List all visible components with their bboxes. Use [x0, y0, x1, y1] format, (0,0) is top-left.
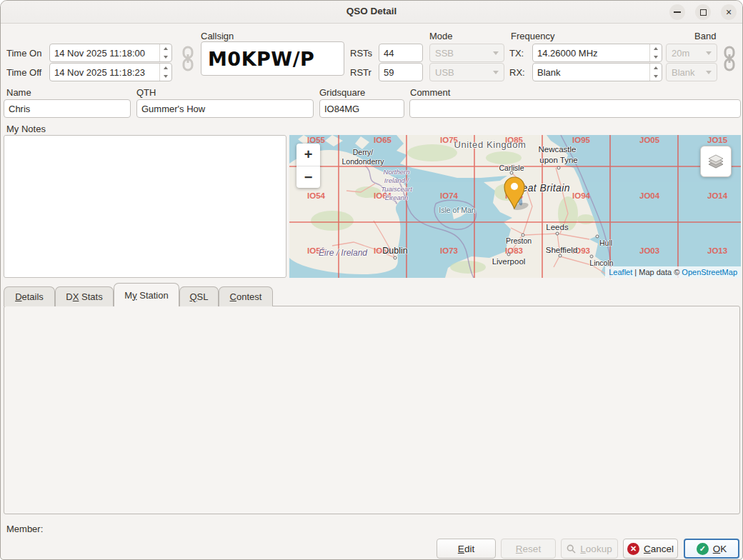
map-layers-button[interactable]: [700, 146, 732, 177]
cancel-icon: ✕: [627, 543, 639, 555]
qso-detail-dialog: QSO Detail × Time On Time Off Callsign M…: [0, 0, 743, 560]
leaflet-link[interactable]: Leaflet: [609, 268, 632, 276]
tx-frequency-field[interactable]: [532, 44, 662, 62]
tx-frequency-input[interactable]: [533, 44, 649, 61]
time-on-input[interactable]: [50, 44, 159, 61]
rst-rcvd-field[interactable]: [379, 63, 423, 81]
rx-frequency-spinner[interactable]: [649, 64, 662, 81]
callsign-value: M0KPW/P: [208, 48, 314, 70]
tab-contest[interactable]: Contest: [219, 286, 273, 306]
qth-label: QTH: [136, 87, 156, 98]
reset-button: Reset: [501, 539, 556, 559]
mode-label: Mode: [429, 31, 453, 41]
submode-select: USB: [429, 63, 504, 81]
my-notes-textarea[interactable]: [4, 135, 286, 278]
window-title: QSO Detail: [1, 6, 742, 16]
tx-frequency-spinner[interactable]: [649, 44, 662, 61]
name-input[interactable]: [4, 100, 130, 117]
my-station-panel: [4, 306, 740, 514]
tab-qsl[interactable]: QSL: [179, 286, 219, 306]
name-field[interactable]: [4, 99, 131, 118]
layers-icon: [707, 152, 725, 171]
time-on-field[interactable]: [49, 44, 172, 62]
attribution-text: | Map data ©: [632, 268, 682, 276]
band-tx-select: 20m: [666, 44, 717, 62]
time-off-input[interactable]: [50, 64, 159, 81]
edit-button[interactable]: Edit: [437, 539, 496, 559]
comment-field[interactable]: [409, 99, 741, 118]
my-notes-label: My Notes: [6, 124, 46, 134]
comment-input[interactable]: [410, 100, 740, 117]
spin-up-icon[interactable]: [650, 44, 662, 53]
spin-up-icon[interactable]: [160, 64, 171, 72]
qth-field[interactable]: [136, 99, 314, 118]
callsign-field[interactable]: M0KPW/P: [201, 41, 344, 76]
frequency-link-icon[interactable]: [721, 45, 738, 72]
spin-up-icon[interactable]: [160, 44, 171, 53]
openstreetmap-link[interactable]: OpenStreetMap: [682, 268, 737, 276]
gridsquare-map[interactable]: IO55IO65IO75IO85IO95JO05JO15IO54IO64IO74…: [289, 135, 741, 278]
member-label: Member:: [6, 524, 43, 534]
map-image: [289, 135, 741, 278]
lookup-button: Lookup: [561, 539, 618, 559]
time-off-spinner[interactable]: [159, 64, 171, 81]
minimize-button[interactable]: [669, 4, 685, 20]
rx-frequency-input[interactable]: [533, 64, 649, 81]
qth-input[interactable]: [137, 100, 313, 117]
map-zoom-control: + −: [296, 144, 320, 188]
chevron-down-icon: [706, 71, 712, 74]
band-rx-select: Blank: [666, 63, 717, 81]
name-label: Name: [6, 87, 31, 98]
map-attribution: Leaflet | Map data © OpenStreetMap: [605, 266, 741, 278]
titlebar[interactable]: QSO Detail ×: [1, 1, 742, 24]
spin-down-icon[interactable]: [160, 72, 171, 81]
time-off-label: Time Off: [6, 67, 41, 78]
maximize-icon: [700, 9, 707, 16]
spin-up-icon[interactable]: [650, 64, 662, 72]
spin-down-icon[interactable]: [650, 72, 662, 81]
minimize-icon: [674, 11, 681, 13]
mode-select: SSB: [429, 44, 504, 62]
gridsquare-field[interactable]: [319, 99, 404, 118]
ok-check-icon: ✓: [697, 543, 709, 555]
mode-value: SSB: [435, 48, 454, 59]
chevron-down-icon: [706, 51, 712, 55]
zoom-in-button[interactable]: +: [296, 144, 320, 166]
gridsquare-label: Gridsquare: [319, 87, 365, 98]
rst-rcvd-label: RSTr: [350, 67, 372, 78]
cancel-button[interactable]: ✕ Cancel: [623, 539, 678, 559]
time-on-spinner[interactable]: [159, 44, 171, 61]
band-tx-value: 20m: [672, 48, 689, 59]
frequency-label: Frequency: [511, 31, 554, 41]
ok-button[interactable]: ✓ OK: [684, 539, 739, 559]
time-off-field[interactable]: [49, 63, 172, 81]
maximize-button[interactable]: [695, 4, 711, 20]
rx-frequency-field[interactable]: [532, 63, 662, 81]
submode-value: USB: [435, 67, 454, 78]
rst-sent-input[interactable]: [379, 44, 422, 61]
time-link-icon[interactable]: [179, 45, 196, 72]
chevron-down-icon: [493, 71, 499, 74]
tab-my-station[interactable]: My Station: [114, 283, 179, 306]
tx-label: TX:: [509, 48, 524, 59]
spin-down-icon[interactable]: [650, 53, 662, 61]
tab-details[interactable]: Details: [4, 286, 55, 306]
rx-label: RX:: [509, 67, 525, 78]
tab-dx-stats[interactable]: DX Stats: [55, 286, 114, 306]
time-on-label: Time On: [6, 48, 41, 59]
callsign-label: Callsign: [201, 31, 234, 41]
band-label: Band: [694, 31, 716, 41]
spin-down-icon[interactable]: [160, 53, 171, 61]
band-rx-value: Blank: [672, 67, 695, 78]
search-icon: [567, 544, 576, 554]
rst-rcvd-input[interactable]: [379, 64, 422, 81]
chevron-down-icon: [493, 51, 499, 55]
comment-label: Comment: [410, 87, 450, 98]
gridsquare-input[interactable]: [320, 100, 404, 117]
rst-sent-label: RSTs: [350, 48, 372, 59]
zoom-out-button[interactable]: −: [296, 166, 320, 188]
close-icon: ×: [726, 7, 732, 17]
rst-sent-field[interactable]: [379, 44, 423, 62]
close-button[interactable]: ×: [721, 4, 737, 20]
